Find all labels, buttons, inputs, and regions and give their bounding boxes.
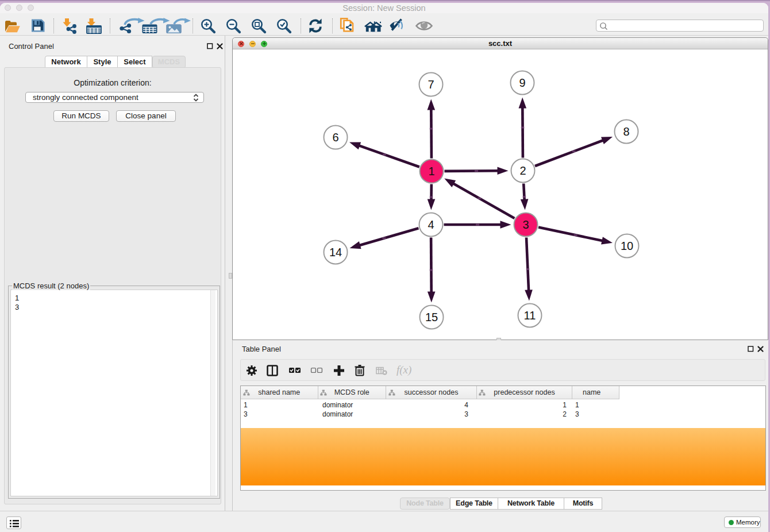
svg-text:11: 11	[524, 309, 536, 322]
svg-text:1: 1	[428, 165, 434, 178]
svg-text:8: 8	[623, 125, 629, 138]
svg-text:10: 10	[621, 240, 633, 252]
svg-text:3: 3	[522, 218, 529, 231]
svg-text:2: 2	[519, 164, 526, 177]
svg-text:9: 9	[519, 76, 525, 89]
svg-text:14: 14	[329, 246, 342, 259]
svg-text:7: 7	[428, 78, 434, 91]
svg-text:4: 4	[428, 218, 434, 231]
svg-text:15: 15	[425, 311, 438, 323]
svg-text:6: 6	[332, 131, 338, 144]
